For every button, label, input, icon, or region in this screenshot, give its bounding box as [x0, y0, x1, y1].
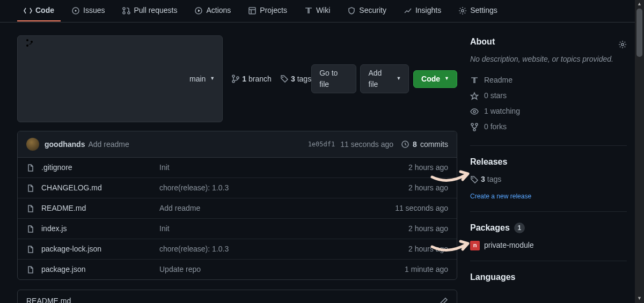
file-name[interactable]: .gitignore	[41, 162, 159, 173]
forks-link[interactable]: 0 forks	[470, 119, 627, 135]
go-to-file-button[interactable]: Go to file	[311, 64, 356, 93]
branch-icon	[25, 39, 186, 119]
commit-sha[interactable]: 1e05df1	[308, 139, 335, 149]
releases-tags-link[interactable]: 3 tags	[470, 174, 627, 185]
scroll-up-icon[interactable]: ▲	[635, 0, 644, 9]
file-name[interactable]: index.js	[41, 223, 159, 234]
caret-down-icon: ▼	[444, 75, 449, 83]
fork-icon	[470, 123, 479, 131]
tab-wiki[interactable]: Wiki	[298, 1, 336, 21]
add-file-button[interactable]: Add file ▼	[360, 64, 409, 93]
packages-count-badge: 1	[514, 223, 525, 233]
tab-settings[interactable]: Settings	[452, 1, 504, 21]
file-commit-msg[interactable]: Add readme	[159, 203, 395, 214]
eye-icon	[470, 107, 479, 116]
file-icon	[26, 164, 35, 172]
project-icon	[248, 6, 257, 15]
file-row[interactable]: README.md Add readme 11 seconds ago	[18, 198, 457, 219]
file-row[interactable]: CHANGELOG.md chore(release): 1.0.3 2 hou…	[18, 178, 457, 198]
tab-insights[interactable]: Insights	[397, 1, 448, 21]
tab-issues[interactable]: Issues	[65, 1, 111, 21]
file-list-box: goodhands Add readme 1e05df1 11 seconds …	[17, 131, 457, 280]
file-name[interactable]: package-lock.json	[41, 243, 159, 255]
file-time: 2 hours ago	[408, 162, 448, 173]
tag-icon	[470, 175, 479, 184]
file-time: 1 minute ago	[405, 264, 448, 275]
avatar[interactable]	[26, 138, 39, 151]
commit-time: 11 seconds ago	[340, 139, 393, 150]
graph-icon	[404, 6, 412, 15]
languages-title: Languages	[470, 271, 627, 284]
tab-actions[interactable]: Actions	[188, 1, 237, 21]
pr-icon	[122, 6, 130, 15]
readme-box: README.md Private package tutorial	[17, 290, 457, 303]
file-time: 11 seconds ago	[395, 203, 448, 214]
gear-icon	[458, 6, 467, 15]
file-commit-msg[interactable]: Update repo	[159, 264, 405, 275]
main-column: main ▼ 1 branch 3 tags Go to file Add fi…	[17, 35, 457, 303]
readme-link[interactable]: Readme	[470, 72, 627, 88]
shield-icon	[347, 6, 356, 15]
file-icon	[26, 225, 35, 233]
issue-icon	[71, 6, 80, 15]
file-time: 2 hours ago	[408, 243, 448, 255]
file-icon	[26, 245, 35, 254]
file-row[interactable]: .gitignore Init 2 hours ago	[18, 158, 457, 178]
file-commit-msg[interactable]: Init	[159, 162, 408, 173]
book-icon	[304, 6, 313, 15]
tag-icon	[280, 75, 289, 83]
file-time: 2 hours ago	[408, 182, 448, 194]
tab-code[interactable]: Code	[17, 1, 61, 21]
caret-down-icon: ▼	[396, 75, 401, 83]
file-name[interactable]: README.md	[41, 203, 159, 214]
about-meta-list: Readme 0 stars 1 watching 0 forks	[470, 72, 627, 135]
create-release-link[interactable]: Create a new release	[470, 193, 531, 200]
stars-link[interactable]: 0 stars	[470, 88, 627, 104]
file-row[interactable]: index.js Init 2 hours ago	[18, 219, 457, 239]
commit-message[interactable]: Add readme	[88, 139, 129, 150]
scroll-down-icon[interactable]: ▼	[635, 294, 644, 303]
scrollbar-thumb[interactable]	[636, 9, 642, 57]
watching-link[interactable]: 1 watching	[470, 104, 627, 119]
gear-icon[interactable]	[618, 40, 627, 49]
file-name[interactable]: package.json	[41, 264, 159, 275]
pencil-icon[interactable]	[440, 297, 448, 304]
commits-link[interactable]: 8 commits	[401, 139, 448, 150]
file-commit-msg[interactable]: Init	[159, 223, 408, 234]
file-row[interactable]: package.json Update repo 1 minute ago	[18, 260, 457, 279]
branch-count[interactable]: 1 branch	[231, 73, 272, 85]
file-commit-msg[interactable]: chore(release): 1.0.3	[159, 182, 408, 194]
package-item[interactable]: n private-module	[470, 240, 627, 251]
tab-pull-requests[interactable]: Pull requests	[115, 1, 184, 21]
tab-projects[interactable]: Projects	[241, 1, 294, 21]
file-commit-msg[interactable]: chore(release): 1.0.3	[159, 243, 408, 255]
star-icon	[470, 92, 479, 100]
branch-icon	[231, 75, 240, 83]
book-icon	[470, 76, 479, 85]
code-button[interactable]: Code ▼	[413, 70, 457, 88]
tab-security[interactable]: Security	[341, 1, 393, 21]
file-row[interactable]: package-lock.json chore(release): 1.0.3 …	[18, 239, 457, 260]
packages-title: Packages 1	[470, 221, 627, 234]
code-icon	[24, 6, 32, 15]
history-icon	[401, 140, 409, 149]
scrollbar[interactable]: ▲ ▼	[635, 0, 644, 303]
releases-title: Releases	[470, 156, 627, 168]
about-description: No description, website, or topics provi…	[470, 54, 627, 65]
repo-nav: CodeIssuesPull requestsActionsProjectsWi…	[0, 0, 644, 23]
file-toolbar: main ▼ 1 branch 3 tags Go to file Add fi…	[17, 35, 457, 122]
commit-author[interactable]: goodhands	[45, 139, 85, 150]
file-icon	[26, 265, 35, 274]
sidebar: About No description, website, or topics…	[470, 35, 627, 303]
file-icon	[26, 184, 35, 193]
caret-down-icon: ▼	[210, 75, 215, 83]
file-icon	[26, 204, 35, 213]
tag-count[interactable]: 3 tags	[280, 73, 311, 85]
file-time: 2 hours ago	[408, 223, 448, 234]
branch-name: main	[189, 73, 206, 85]
npm-icon: n	[470, 241, 480, 250]
branch-select-button[interactable]: main ▼	[17, 35, 223, 122]
latest-commit-bar[interactable]: goodhands Add readme 1e05df1 11 seconds …	[18, 131, 457, 158]
file-name[interactable]: CHANGELOG.md	[41, 182, 159, 194]
readme-filename[interactable]: README.md	[26, 295, 71, 303]
